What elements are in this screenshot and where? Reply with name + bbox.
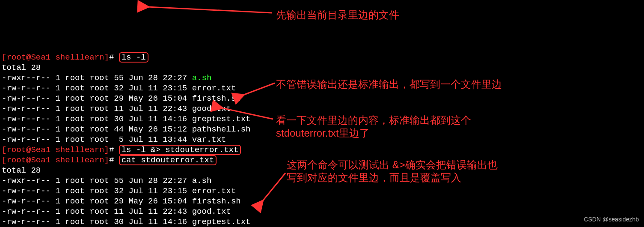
ls-row: -rw-r--r-- 1 root root 11 Jul 11 22:43 g… xyxy=(2,207,231,216)
ls-row: -rw-r--r-- 1 root root 11 Jul 11 22:43 g… xyxy=(2,104,231,114)
cmd-cat1: cat stdouterror.txt xyxy=(119,155,217,165)
ls-row: -rwxr--r-- 1 root root 55 Jun 28 22:27 a… xyxy=(2,73,211,83)
ls-row: -rw-r--r-- 1 root root 29 May 26 15:04 f… xyxy=(2,94,241,103)
watermark: CSDN @seasidezhb xyxy=(584,214,639,224)
arrow-icon xyxy=(143,3,276,16)
annotation-2: 不管错误输出还是标准输出，都写到一个文件里边 xyxy=(276,78,502,91)
ls-row: -rwxr--r-- 1 root root 55 Jun 28 22:27 a… xyxy=(2,176,211,185)
cmd-redirect: ls -l &> stdouterror.txt xyxy=(119,145,241,155)
ls-row: -rw-r--r-- 1 root root 30 Jul 11 14:16 g… xyxy=(2,217,251,227)
ls-row: -rw-r--r-- 1 root root 32 Jul 11 23:15 e… xyxy=(2,186,236,196)
arrow-icon xyxy=(218,106,276,123)
ls-row: -rw-r--r-- 1 root root 30 Jul 11 14:16 g… xyxy=(2,114,251,124)
svg-line-1 xyxy=(243,83,275,95)
total-line: total 28 xyxy=(2,166,41,175)
ls-row: -rw-r--r-- 1 root root 29 May 26 15:04 f… xyxy=(2,197,241,206)
ls-row: -rw-r--r-- 1 root root 44 May 26 15:12 p… xyxy=(2,125,251,134)
svg-line-2 xyxy=(222,108,273,119)
arrow-icon xyxy=(240,81,278,99)
ls-row: -rw-r--r-- 1 root root 32 Jul 11 23:15 e… xyxy=(2,84,236,93)
annotation-4: 这两个命令可以测试出 &>确实会把错误输出也写到对应的文件里边，而且是覆盖写入 xyxy=(287,158,498,184)
annotation-1: 先输出当前目录里边的文件 xyxy=(276,9,399,21)
annotation-3: 看一下文件里边的内容，标准输出都到这个stdouterror.txt里边了 xyxy=(276,114,471,140)
svg-line-0 xyxy=(148,7,272,13)
total-line: total 28 xyxy=(2,63,41,72)
cmd-ls-l: ls -l xyxy=(119,52,148,63)
ls-row: -rw-r--r-- 1 root root 5 Jul 11 13:44 va… xyxy=(2,135,226,144)
arrow-icon xyxy=(259,171,289,206)
svg-line-3 xyxy=(262,173,285,201)
